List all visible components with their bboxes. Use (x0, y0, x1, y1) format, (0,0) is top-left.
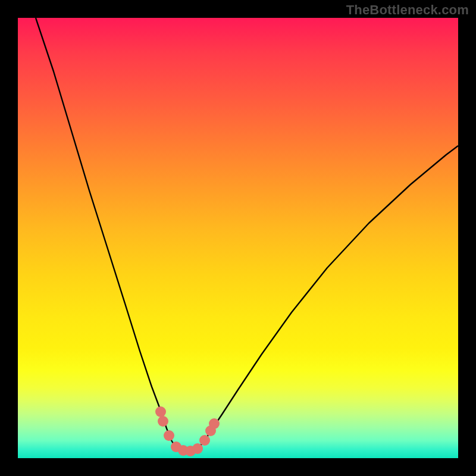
curve-marker (155, 406, 166, 417)
curve-path (36, 18, 458, 452)
bottleneck-curve (36, 18, 458, 452)
chart-overlay (18, 18, 458, 458)
curve-marker (158, 416, 168, 427)
curve-marker (164, 430, 174, 441)
chart-frame: TheBottleneck.com (0, 0, 476, 476)
curve-marker (192, 443, 203, 454)
curve-marker (199, 435, 210, 446)
curve-marker (209, 418, 220, 429)
curve-markers (155, 406, 220, 456)
watermark-text: TheBottleneck.com (346, 2, 469, 18)
